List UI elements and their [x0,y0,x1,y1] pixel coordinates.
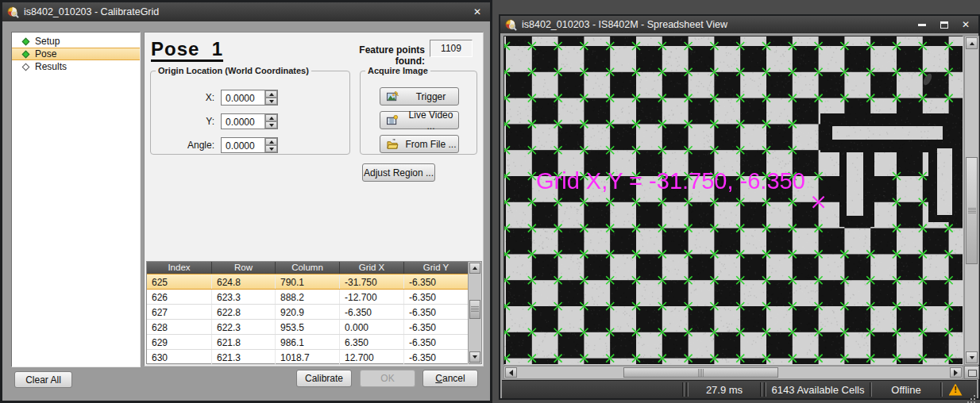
table-header-row: Index Row Column Grid X Grid Y [147,262,481,274]
origin-group-title: Origin Location (World Coordinates) [156,66,311,75]
cell-row: 624.8 [212,274,276,289]
status-divider [686,382,689,397]
resize-grip[interactable] [967,381,977,398]
spin-down-button[interactable] [265,145,277,152]
status-divider [764,382,766,397]
dialog-title: is8402_010203 - CalibrateGrid [24,6,465,17]
col-header-column[interactable]: Column [276,262,340,274]
col-header-index[interactable]: Index [147,262,212,274]
acquisition-time: 27.9 ms [689,381,759,398]
cell-column: 986.1 [276,335,340,349]
sidebar-item-results[interactable]: Results [12,60,140,73]
warning-indicator[interactable] [943,381,967,398]
angle-stepper[interactable] [264,138,277,152]
sidebar-item-setup[interactable]: Setup [12,35,140,48]
cell-grid-x: -31.750 [340,274,404,289]
cancel-button[interactable]: Cancel [422,370,478,387]
live-video-button[interactable]: Live Video ... [380,111,459,129]
calibration-image[interactable] [504,36,963,365]
cell-grid-y: -6.350 [404,335,469,349]
clear-all-button[interactable]: Clear All [14,371,72,388]
calibrate-button[interactable]: Calibrate [296,370,352,387]
status-divider [870,382,872,397]
cell-column: 790.1 [276,274,340,289]
y-field[interactable]: 0.0000 [221,113,278,129]
spin-up-button[interactable] [265,114,277,121]
adjust-region-button[interactable]: Adjust Region ... [362,163,435,182]
available-cells: 6143 Available Cells [767,381,869,398]
table-row[interactable]: 628 622.3 953.5 0.000 -6.350 [147,320,481,335]
cell-grid-x: 6.350 [340,335,404,349]
step-complete-icon [22,50,30,58]
spin-up-button[interactable] [265,138,277,145]
spin-down-button[interactable] [265,121,277,129]
status-divider [760,382,762,397]
feature-points-label: Feature points found: [339,44,425,67]
sidebar-item-label: Setup [35,36,60,47]
cell-index: 630 [147,350,212,364]
col-header-grid-x[interactable]: Grid X [340,262,404,274]
table-row-selected[interactable]: 625 624.8 790.1 -31.750 -6.350 [147,274,481,290]
from-file-icon [387,139,399,150]
x-field[interactable]: 0.0000 [221,90,278,106]
ok-button: OK [360,370,415,387]
scroll-down-button[interactable] [966,351,978,363]
trigger-button-label: Trigger [403,91,458,102]
scroll-left-button[interactable] [505,367,517,378]
up-arrow-icon [269,117,274,120]
from-file-button[interactable]: From File ... [380,135,459,153]
col-header-grid-y[interactable]: Grid Y [404,262,469,274]
close-icon[interactable]: ✕ [958,19,974,30]
image-view[interactable]: Grid X,Y = -31.750, -6.350 [504,36,963,365]
table-scrollbar[interactable] [468,262,481,363]
horizontal-scrollbar[interactable] [504,366,963,379]
scrollbar-thumb[interactable] [623,367,778,378]
feature-points-value: 1109 [430,40,473,57]
trigger-icon [387,91,399,102]
right-arrow-icon [954,370,958,376]
thumb-grip [968,208,976,214]
scrollbar-thumb[interactable] [966,157,978,264]
col-header-row[interactable]: Row [212,262,276,274]
cell-index: 629 [147,335,212,349]
x-stepper[interactable] [264,90,277,105]
y-field-row: Y: 0.0000 [156,113,278,129]
trigger-button[interactable]: Trigger [380,87,459,106]
up-arrow-icon [269,140,274,144]
y-value[interactable]: 0.0000 [222,114,264,129]
scrollbar-thumb[interactable] [469,300,480,319]
live-video-icon [387,115,399,126]
maximize-icon[interactable] [940,21,948,29]
table-row[interactable]: 630 621.3 1018.7 12.700 -6.350 [147,350,481,365]
scroll-right-button[interactable] [950,367,962,378]
spin-up-button[interactable] [265,90,277,98]
table-row[interactable]: 626 623.3 888.2 -12.700 -6.350 [147,290,481,305]
angle-field[interactable]: 0.0000 [221,137,278,153]
angle-value[interactable]: 0.0000 [222,138,264,152]
cell-row: 623.3 [212,290,276,304]
table-row[interactable]: 629 621.8 986.1 6.350 -6.350 [147,335,481,350]
acquire-image-group: Acquire Image Trigger Live Video ... [360,66,477,155]
scroll-down-button[interactable] [469,351,480,363]
window-titlebar[interactable]: is8402_010203 - IS8402M - Spreadsheet Vi… [500,16,978,33]
table-row[interactable]: 627 622.8 920.9 -6.350 -6.350 [147,305,481,320]
scrollbar-corner-button[interactable] [964,366,979,379]
minimize-icon[interactable] [918,24,926,26]
cancel-button-label: Cancel [435,373,465,384]
close-icon[interactable]: ✕ [469,6,485,17]
spin-down-button[interactable] [265,98,277,105]
cell-index: 626 [147,290,212,304]
scroll-up-button[interactable] [469,263,480,274]
y-stepper[interactable] [264,114,277,129]
scroll-up-button[interactable] [966,37,978,49]
status-message-area [502,381,681,398]
dialog-titlebar[interactable]: is8402_010203 - CalibrateGrid ✕ [2,2,490,21]
cell-grid-y: -6.350 [404,350,469,364]
cell-column: 920.9 [276,305,340,319]
x-value[interactable]: 0.0000 [222,90,264,105]
vertical-scrollbar[interactable] [964,36,979,365]
step-complete-icon [22,37,30,45]
status-divider [682,382,685,397]
sidebar-item-pose[interactable]: Pose [12,48,140,60]
cell-index: 625 [147,274,212,289]
